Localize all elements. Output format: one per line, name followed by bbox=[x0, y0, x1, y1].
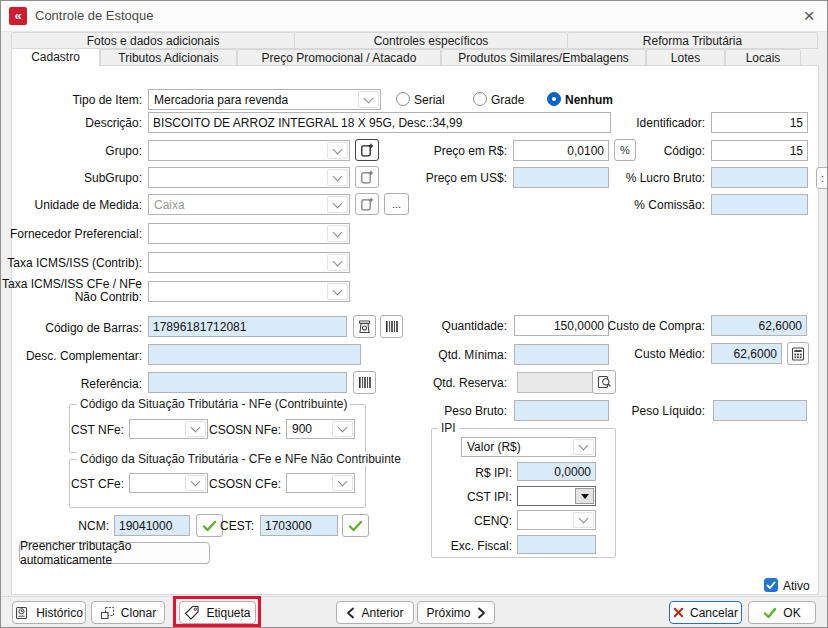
codigo-barras-input[interactable] bbox=[148, 316, 347, 337]
dots-icon: : bbox=[821, 172, 824, 184]
cst-ipi-select[interactable] bbox=[517, 486, 596, 506]
ok-button[interactable]: OK bbox=[748, 601, 816, 624]
peso-liquido-label: Peso Líquido: bbox=[632, 404, 705, 418]
unidade-medida-label: Unidade de Medida: bbox=[35, 198, 142, 212]
barcode-button[interactable] bbox=[380, 315, 403, 338]
qtd-minima-label: Qtd. Mínima: bbox=[438, 348, 507, 362]
cest-input[interactable] bbox=[260, 515, 338, 536]
search-document-icon bbox=[597, 375, 612, 389]
new-unidade-button[interactable] bbox=[355, 193, 379, 215]
chevron-down-icon bbox=[327, 254, 348, 271]
codigo-input[interactable] bbox=[711, 140, 808, 161]
app-icon: « bbox=[9, 7, 27, 25]
historico-button[interactable]: Histórico bbox=[12, 601, 86, 624]
chevron-left-icon bbox=[346, 607, 355, 619]
preencher-label: Preencher tributação automaticamente bbox=[20, 539, 209, 567]
cest-validate-button[interactable] bbox=[342, 514, 369, 537]
desc-complementar-input[interactable] bbox=[148, 344, 361, 365]
cancelar-button[interactable]: Cancelar bbox=[669, 601, 742, 624]
proximo-button[interactable]: Próximo bbox=[417, 601, 495, 624]
tab-cadastro[interactable]: Cadastro bbox=[11, 48, 100, 67]
preco-us-input[interactable] bbox=[513, 167, 609, 188]
identificador-label: Identificador: bbox=[636, 116, 705, 130]
tab-label: Cadastro bbox=[31, 50, 80, 64]
scale-icon bbox=[357, 320, 372, 334]
identificador-input[interactable] bbox=[711, 112, 808, 133]
tab-locais[interactable]: Locais bbox=[725, 49, 801, 66]
descricao-input[interactable] bbox=[148, 112, 611, 133]
ativo-checkbox[interactable] bbox=[764, 578, 778, 592]
ncm-input[interactable] bbox=[114, 515, 190, 536]
custo-compra-input[interactable] bbox=[711, 315, 807, 336]
lucro-bruto-input[interactable] bbox=[711, 167, 808, 188]
radio-nenhum-label: Nenhum bbox=[565, 93, 613, 107]
unidade-more-button[interactable]: ... bbox=[384, 193, 409, 215]
new-subgrupo-button[interactable] bbox=[355, 166, 379, 188]
lucro-bruto-more-button[interactable]: : bbox=[816, 167, 828, 189]
radio-grade[interactable] bbox=[473, 92, 487, 106]
scale-button[interactable] bbox=[353, 315, 376, 338]
radio-grade-label: Grade bbox=[491, 93, 524, 107]
custo-medio-input[interactable] bbox=[711, 343, 782, 364]
ok-label: OK bbox=[783, 606, 800, 620]
etiqueta-label: Etiqueta bbox=[206, 606, 250, 620]
peso-liquido-input[interactable] bbox=[713, 400, 807, 421]
preencher-tributacao-button[interactable]: Preencher tributação automaticamente bbox=[19, 542, 210, 564]
clonar-button[interactable]: Clonar bbox=[91, 601, 165, 624]
ipi-tipo-select[interactable]: Valor (R$) bbox=[461, 437, 596, 457]
calculator-button[interactable] bbox=[787, 342, 809, 365]
ok-check-icon bbox=[763, 607, 777, 619]
comissao-input[interactable] bbox=[711, 194, 808, 215]
peso-bruto-input[interactable] bbox=[514, 400, 609, 421]
tab-reforma-tributaria[interactable]: Reforma Tributária bbox=[567, 32, 818, 49]
clone-icon bbox=[100, 606, 115, 620]
unidade-medida-select[interactable]: Caixa bbox=[148, 194, 350, 215]
subgrupo-select[interactable] bbox=[148, 167, 350, 188]
fornecedor-label: Fornecedor Preferencial: bbox=[10, 227, 142, 241]
grupo-select[interactable] bbox=[148, 140, 350, 161]
tipo-item-select[interactable]: Mercadoria para revenda bbox=[148, 89, 381, 110]
codigo-label: Código: bbox=[664, 144, 705, 158]
cst-cfe-select[interactable] bbox=[129, 473, 208, 493]
tab-lotes[interactable]: Lotes bbox=[646, 49, 725, 66]
etiqueta-button[interactable]: Etiqueta bbox=[179, 601, 256, 624]
historico-label: Histórico bbox=[36, 606, 83, 620]
preco-rs-input[interactable] bbox=[513, 140, 609, 161]
tab-fotos-dados-adicionais[interactable]: Fotos e dados adicionais bbox=[11, 32, 295, 49]
cst-nfe-select[interactable] bbox=[129, 419, 208, 439]
exc-fiscal-input[interactable] bbox=[517, 535, 596, 554]
csosn-nfe-value: 900 bbox=[292, 422, 312, 436]
radio-serial[interactable] bbox=[396, 92, 410, 106]
quantidade-label: Quantidade: bbox=[442, 319, 507, 333]
ncm-validate-button[interactable] bbox=[196, 514, 223, 537]
tab-controles-especificos[interactable]: Controles específicos bbox=[294, 32, 568, 49]
csosn-nfe-select[interactable]: 900 bbox=[286, 419, 355, 439]
taxa-icms-select[interactable] bbox=[148, 252, 350, 273]
subgrupo-label: SubGrupo: bbox=[84, 171, 142, 185]
tab-label: Locais bbox=[746, 51, 781, 65]
csosn-cfe-select[interactable] bbox=[286, 473, 355, 493]
dropdown-arrow-icon bbox=[575, 488, 594, 504]
taxa-cfe-select[interactable] bbox=[148, 281, 350, 302]
radio-nenhum[interactable] bbox=[547, 92, 561, 106]
new-grupo-button[interactable] bbox=[355, 139, 379, 161]
footer-separator bbox=[1, 596, 827, 597]
chevron-down-icon bbox=[185, 421, 206, 437]
qtd-minima-input[interactable] bbox=[514, 344, 609, 365]
csosn-nfe-label: CSOSN NFe: bbox=[209, 423, 281, 437]
cenq-select[interactable] bbox=[517, 510, 596, 530]
percent-button[interactable]: % bbox=[614, 139, 636, 161]
rs-ipi-input[interactable] bbox=[517, 462, 596, 481]
tab-preco-promocional[interactable]: Preço Promocional / Atacado bbox=[237, 49, 441, 66]
check-icon bbox=[202, 520, 217, 532]
tab-produtos-similares[interactable]: Produtos Similares/Embalagens bbox=[441, 49, 646, 66]
tab-tributos-adicionais[interactable]: Tributos Adicionais bbox=[100, 49, 237, 66]
fornecedor-select[interactable] bbox=[148, 223, 350, 244]
qtd-reserva-search-button[interactable] bbox=[592, 370, 616, 394]
referencia-input[interactable] bbox=[148, 372, 347, 393]
chevron-down-icon bbox=[573, 512, 594, 528]
close-icon[interactable]: × bbox=[797, 4, 821, 28]
quantidade-input[interactable] bbox=[514, 315, 609, 336]
referencia-barcode-button[interactable] bbox=[353, 371, 376, 394]
anterior-button[interactable]: Anterior bbox=[336, 601, 414, 624]
